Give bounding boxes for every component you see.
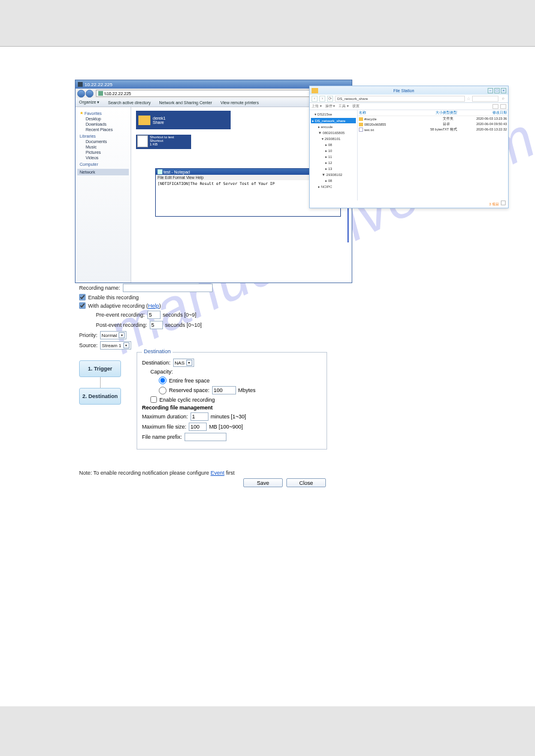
pre-event-input[interactable]: [147, 311, 161, 319]
priority-select[interactable]: Normal▾: [100, 331, 127, 339]
shortcut-item[interactable]: Shortcut to testShortcut1 KB: [136, 135, 191, 149]
close-icon[interactable]: ×: [501, 88, 506, 93]
action-menu[interactable]: 操作 ▾: [325, 104, 335, 109]
post-event-label: Post-event recording:: [96, 322, 147, 328]
refresh-icon[interactable]: ⟳: [327, 96, 333, 102]
star-icon[interactable]: ☆: [467, 96, 470, 101]
tree-node[interactable]: ▾ 29308101: [311, 136, 356, 142]
pre-event-suffix: seconds [0~9]: [163, 312, 197, 318]
tree-node[interactable]: ▼ 29308102: [311, 172, 356, 178]
max-duration-label: Maximum duration:: [142, 414, 188, 420]
rfm-heading: Recording file management: [142, 405, 213, 411]
sidebar-item-downloads[interactable]: Downloads: [86, 122, 129, 127]
tree-node[interactable]: ▸ NCIPC: [311, 184, 356, 190]
list-item[interactable]: test.txt58 bytesTXT 格式2020-06-03 13:22:3…: [358, 127, 508, 132]
back-button[interactable]: ‹: [312, 96, 318, 102]
close-button[interactable]: Close: [286, 478, 326, 487]
app-icon: [78, 82, 83, 87]
entire-free-space-radio[interactable]: [159, 377, 167, 384]
cyclic-recording-checkbox[interactable]: [150, 396, 157, 403]
folder-icon: [312, 88, 318, 93]
col-size[interactable]: 大小: [413, 111, 443, 115]
wizard-step-trigger[interactable]: 1. Trigger: [79, 360, 121, 377]
max-duration-unit: minutes [1~30]: [211, 414, 246, 420]
tree-node[interactable]: ▸ 08: [311, 178, 356, 184]
connector-line: [347, 207, 349, 242]
col-name[interactable]: 名称: [359, 111, 413, 115]
tree-node[interactable]: ▼ 08020165805: [311, 130, 356, 136]
adaptive-recording-checkbox[interactable]: [79, 302, 86, 309]
back-button[interactable]: [77, 90, 85, 98]
search-active-directory[interactable]: Search active directory: [108, 101, 150, 105]
post-event-input[interactable]: [150, 321, 163, 329]
organize-menu[interactable]: Organize ▾: [79, 100, 99, 105]
minimize-icon[interactable]: −: [488, 88, 493, 93]
sidebar-item-pictures[interactable]: Pictures: [86, 150, 129, 155]
computer-header[interactable]: Computer: [80, 162, 129, 166]
reserved-space-input[interactable]: [212, 386, 236, 394]
col-type[interactable]: 类型类型: [443, 111, 467, 115]
search-icon[interactable]: ⌕: [500, 96, 506, 102]
chevron-down-icon: ▾: [186, 360, 192, 366]
folder-icon: [359, 117, 363, 121]
notepad-icon: [158, 169, 162, 174]
folder-item[interactable]: derek1Share: [136, 111, 231, 129]
max-duration-input[interactable]: [191, 412, 208, 421]
sidebar-item-videos[interactable]: Videos: [86, 155, 129, 160]
forward-button[interactable]: ›: [319, 96, 325, 102]
view-list-icon[interactable]: [492, 104, 498, 109]
upload-menu[interactable]: 上传 ▾: [312, 104, 322, 109]
settings-menu[interactable]: 设置: [352, 104, 359, 109]
sidebar-item-network[interactable]: Network: [77, 169, 129, 175]
sidebar-item-music[interactable]: Music: [86, 144, 129, 150]
search-input[interactable]: [472, 96, 498, 102]
save-button[interactable]: Save: [243, 478, 283, 487]
enable-recording-label: Enable this recording: [88, 294, 139, 300]
tree-node[interactable]: ▸ 08: [311, 142, 356, 148]
list-item[interactable]: #recycle文件夹2020-06-03 13:23:36: [358, 116, 508, 122]
sidebar-item-desktop[interactable]: Desktop: [86, 116, 129, 122]
maximize-icon[interactable]: □: [494, 88, 500, 93]
tree-node[interactable]: ▸ 11: [311, 154, 356, 160]
file-station-window: File Station − □ × ‹ › ⟳ DS_network_shar…: [309, 86, 509, 208]
sidebar-item-recent[interactable]: Recent Places: [86, 127, 129, 132]
entire-free-space-label: Entire free space: [169, 378, 210, 384]
col-date[interactable]: 修改日期: [467, 111, 507, 115]
path-field[interactable]: DS_network_share: [335, 96, 465, 102]
max-file-size-label: Maximum file size:: [142, 424, 186, 430]
file-tree: ▾ DS215se ▸ DS_network_share ▸ encode ▼ …: [310, 110, 358, 201]
cyclic-recording-label: Enable cyclic recording: [159, 397, 215, 403]
list-item[interactable]: 08020s965855目录2020-06-04 09:50:43: [358, 122, 508, 127]
sidebar-item-documents[interactable]: Documents: [86, 139, 129, 144]
tool-menu[interactable]: 工具 ▾: [338, 104, 349, 109]
tree-node[interactable]: ▸ 13: [311, 166, 356, 172]
help-link[interactable]: Help: [148, 303, 159, 309]
file-name-prefix-input[interactable]: [185, 433, 226, 441]
wizard-step-destination[interactable]: 2. Destination: [79, 388, 121, 405]
view-grid-icon[interactable]: [500, 104, 506, 109]
tree-node[interactable]: ▾ DS215se: [311, 111, 356, 117]
tree-node[interactable]: ▸ 12: [311, 160, 356, 166]
reserved-space-label: Reserved space:: [169, 387, 210, 393]
capacity-label: Capacity:: [150, 369, 173, 375]
file-station-title: File Station: [320, 89, 488, 93]
network-sharing-center[interactable]: Network and Sharing Center: [159, 101, 212, 105]
max-file-size-input[interactable]: [189, 423, 207, 431]
enable-recording-checkbox[interactable]: [79, 294, 86, 300]
tree-node[interactable]: ▸ 10: [311, 148, 356, 154]
reserved-space-radio[interactable]: [159, 387, 167, 394]
destination-select[interactable]: NAS▾: [173, 359, 194, 367]
resize-handle[interactable]: [501, 201, 506, 205]
window-title: 10.22.22.225: [84, 82, 113, 87]
favorites-header: Favorites: [84, 111, 102, 116]
libraries-header: Libraries: [80, 134, 129, 138]
shortcut-icon: [137, 135, 148, 147]
tree-node[interactable]: ▸ encode: [311, 124, 356, 130]
source-select[interactable]: Stream 1▾: [100, 341, 131, 350]
tree-node-selected[interactable]: ▸ DS_network_share: [311, 118, 356, 123]
forward-button[interactable]: [86, 90, 93, 98]
max-file-size-unit: MB [100~900]: [209, 424, 243, 430]
event-link[interactable]: Event: [210, 470, 224, 476]
recording-name-input[interactable]: [123, 284, 213, 292]
view-remote-printers[interactable]: View remote printers: [220, 101, 259, 105]
